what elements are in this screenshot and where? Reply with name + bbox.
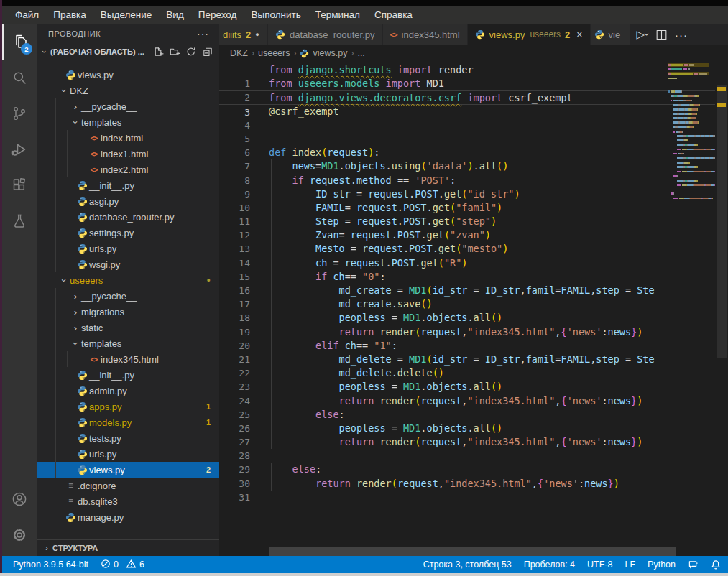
code-editor[interactable]: 1 from django.shortcuts import render 2 … [219, 61, 715, 556]
tree-item-views.py[interactable]: views.py [37, 67, 219, 83]
code-line-18: 18 md_create.save() [219, 297, 715, 311]
tree-item-database_roouter.py[interactable]: database_roouter.py [37, 209, 219, 225]
code-line-27: 27 peopless = MD1.objects.all() [219, 422, 715, 435]
source-control-icon[interactable] [2, 96, 37, 131]
tree-item-DKZ[interactable]: ›DKZ [37, 83, 219, 98]
menu-item-Файл[interactable]: Файл [8, 9, 46, 20]
explorer-icon[interactable]: 2 [2, 24, 38, 60]
tab-diiits[interactable]: diiits 2 ● [219, 24, 267, 45]
python-icon [75, 401, 89, 412]
explorer-sidebar: ПРОВОДНИК ··· › (РАБОЧАЯ ОБЛАСТЬ) ... vi… [37, 24, 219, 556]
tree-item-__pycache__[interactable]: ›__pycache__ [37, 98, 219, 114]
new-folder-icon[interactable] [169, 46, 180, 57]
feedback-icon[interactable] [688, 559, 699, 570]
menu-item-Терминал[interactable]: Терминал [308, 9, 367, 20]
more-actions-icon[interactable]: ··· [197, 28, 209, 40]
tree-item-settings.py[interactable]: settings.py [37, 225, 219, 241]
run-python-button[interactable]: ▷› [637, 28, 649, 41]
eol-selector[interactable]: LF [625, 559, 635, 570]
more-actions-icon[interactable]: ··· [675, 29, 688, 41]
explorer-title: ПРОВОДНИК [48, 29, 197, 38]
outline-section-header[interactable]: › СТРУКТУРА [37, 539, 219, 556]
menu-item-Вид[interactable]: Вид [159, 9, 190, 20]
tree-item-index1.html[interactable]: <>index1.html [37, 146, 219, 162]
tree-item-.dcignore[interactable]: ≡.dcignore [37, 478, 219, 493]
tab-label: views.py [489, 29, 525, 40]
tree-item-tests.py[interactable]: tests.py [37, 430, 219, 446]
tree-item-__init__.py[interactable]: __init__.py [37, 367, 219, 383]
tab-index345[interactable]: <> index345.html [383, 24, 467, 45]
tree-item-templates[interactable]: ›templates [37, 114, 219, 130]
language-mode[interactable]: Python [648, 559, 676, 570]
tree-item-asgi.py[interactable]: asgi.py [37, 193, 219, 209]
python-version[interactable]: Python 3.9.5 64-bit [13, 559, 88, 570]
menu-item-Правка[interactable]: Правка [46, 9, 93, 20]
refresh-icon[interactable] [185, 46, 197, 57]
workspace-section-header[interactable]: › (РАБОЧАЯ ОБЛАСТЬ) ... [37, 43, 219, 60]
tree-item-models.py[interactable]: models.py1 [37, 414, 219, 430]
tree-item-index.html[interactable]: <>index.html [37, 130, 219, 146]
file-label: migrations [81, 307, 124, 317]
menu-item-Выполнить[interactable]: Выполнить [244, 9, 308, 20]
encoding[interactable]: UTF-8 [587, 559, 612, 570]
breadcrumb-item-useeers[interactable]: useeers [258, 48, 290, 58]
tree-item-static[interactable]: ›static [37, 320, 219, 335]
tree-item-urls.py[interactable]: urls.py [37, 241, 219, 256]
settings-gear-icon[interactable] [2, 517, 37, 553]
breadcrumb-item-DKZ[interactable]: DKZ [230, 48, 248, 58]
tree-item-migrations[interactable]: ›migrations [37, 304, 219, 320]
code-line-10: 10 ID_str = request.POST.get("id_str") [219, 187, 715, 201]
vertical-scrollbar-thumb[interactable] [717, 85, 727, 358]
menu-bar: ФайлПравкаВыделениеВидПереходВыполнитьТе… [2, 6, 728, 24]
warning-count: 6 [139, 559, 144, 570]
breadcrumb-item-views.py[interactable]: views.py [300, 48, 347, 58]
menu-item-Справка[interactable]: Справка [367, 9, 420, 20]
account-icon[interactable] [2, 481, 37, 517]
close-icon[interactable]: × [576, 29, 582, 40]
breadcrumb-item-...[interactable]: ... [357, 48, 364, 58]
vertical-scrollbar[interactable] [715, 85, 728, 556]
tree-item-db.sqlite3[interactable]: ≡db.sqlite3 [37, 493, 219, 509]
tree-item-index2.html[interactable]: <>index2.html [37, 162, 219, 177]
tree-item-admin.py[interactable]: admin.py [37, 383, 219, 399]
file-label: wsgi.py [89, 259, 120, 270]
run-debug-icon[interactable] [2, 131, 37, 167]
tree-item-wsgi.py[interactable]: wsgi.py [37, 256, 219, 272]
notifications-bell-icon[interactable] [711, 559, 721, 570]
tree-item-templates[interactable]: ›templates [37, 335, 219, 351]
tree-item-index345.html[interactable]: <>index345.html [37, 351, 219, 367]
testing-icon[interactable] [2, 203, 37, 239]
collapse-all-icon[interactable] [202, 46, 213, 57]
python-icon [300, 49, 309, 58]
tree-item-__init__.py[interactable]: __init__.py [37, 177, 219, 193]
error-icon [101, 559, 111, 571]
tab-database-roouter[interactable]: database_roouter.py [268, 24, 382, 45]
python-icon [594, 29, 604, 40]
html-icon: <> [87, 150, 101, 158]
tree-item-__pycache__[interactable]: ›__pycache__ [37, 288, 219, 304]
new-file-icon[interactable] [152, 46, 164, 57]
breadcrumb-separator: › [252, 48, 254, 58]
extensions-icon[interactable] [2, 167, 37, 203]
chevron-right-icon: › [70, 101, 81, 112]
tree-item-apps.py[interactable]: apps.py1 [37, 399, 219, 414]
problems-indicator[interactable]: 0 6 [101, 559, 144, 571]
chevron-down-icon: › [58, 275, 70, 286]
menu-item-Переход[interactable]: Переход [191, 9, 244, 20]
tab-vie[interactable]: vie [591, 24, 630, 45]
indentation[interactable]: Пробелов: 4 [524, 559, 575, 570]
tree-item-views.py[interactable]: views.py2 [37, 462, 219, 478]
search-icon[interactable] [2, 60, 37, 96]
tab-views[interactable]: views.py useeers 2 × [468, 24, 590, 45]
python-icon [475, 29, 485, 40]
menu-item-Выделение[interactable]: Выделение [93, 9, 160, 20]
tree-item-urls.py[interactable]: urls.py [37, 446, 219, 462]
tree-item-useeers[interactable]: ›useeers● [37, 272, 219, 288]
python-icon [75, 228, 89, 238]
cursor-position[interactable]: Строка 3, столбец 53 [423, 559, 512, 570]
split-editor-button[interactable] [655, 28, 668, 42]
horizontal-scrollbar-thumb[interactable] [269, 547, 676, 556]
workspace-label: (РАБОЧАЯ ОБЛАСТЬ) ... [50, 47, 152, 56]
tree-item-manage.py[interactable]: manage.py [37, 509, 219, 525]
minimap[interactable] [668, 61, 715, 556]
